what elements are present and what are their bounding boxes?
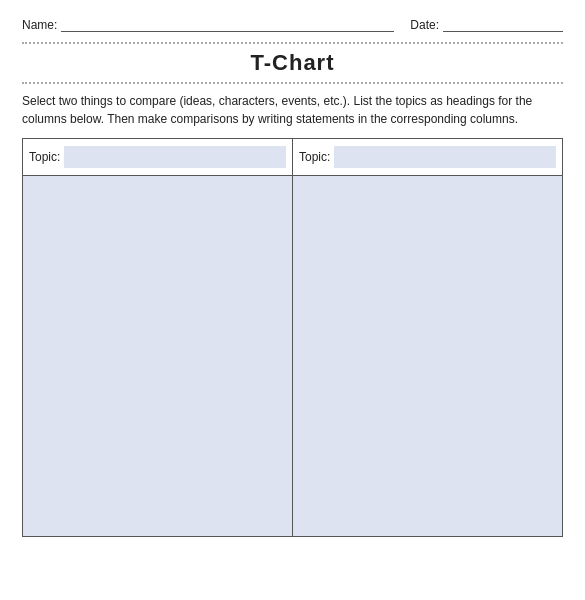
left-topic-cell: Topic:	[23, 139, 293, 175]
tchart-container: Topic: Topic:	[22, 138, 563, 537]
right-content-cell[interactable]	[293, 176, 562, 536]
topic-row: Topic: Topic:	[23, 139, 562, 176]
top-dotted-divider	[22, 42, 563, 44]
page-title: T-Chart	[22, 50, 563, 76]
name-line	[61, 18, 394, 32]
date-line	[443, 18, 563, 32]
instructions-text: Select two things to compare (ideas, cha…	[22, 92, 563, 128]
right-topic-input[interactable]	[334, 146, 556, 168]
name-label: Name:	[22, 18, 57, 32]
left-topic-input[interactable]	[64, 146, 286, 168]
left-topic-label: Topic:	[29, 150, 60, 164]
right-topic-label: Topic:	[299, 150, 330, 164]
right-topic-cell: Topic:	[293, 139, 562, 175]
left-content-cell[interactable]	[23, 176, 293, 536]
bottom-dotted-divider	[22, 82, 563, 84]
header-row: Name: Date:	[22, 18, 563, 32]
date-label: Date:	[410, 18, 439, 32]
content-row	[23, 176, 562, 536]
